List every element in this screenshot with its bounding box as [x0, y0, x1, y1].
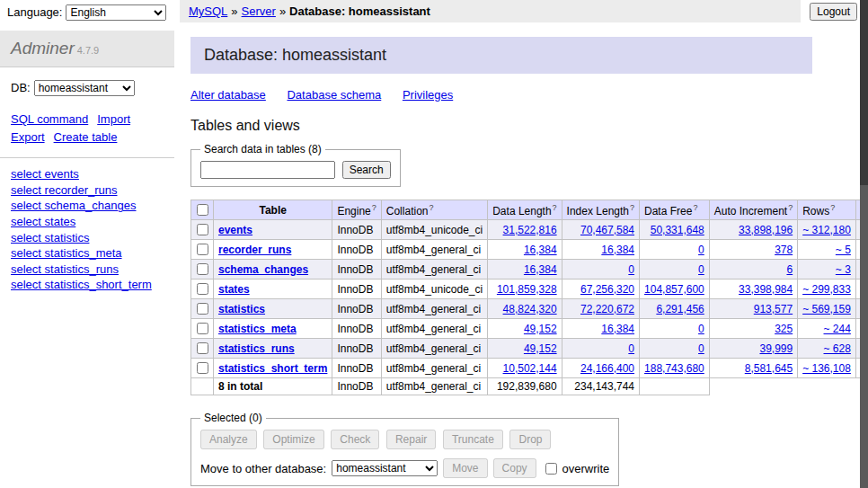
sidebar-table-link[interactable]: select states — [11, 215, 169, 229]
row-checkbox[interactable] — [197, 362, 208, 374]
db-select[interactable]: homeassistant — [34, 80, 135, 96]
sidebar-table-link[interactable]: select statistics_runs — [11, 262, 169, 277]
data-length-link[interactable]: 101,859,328 — [497, 283, 557, 296]
data-length-link[interactable]: 31,522,816 — [503, 224, 557, 236]
copy-button[interactable]: Copy — [493, 458, 536, 478]
data-free-link[interactable]: 0 — [698, 323, 704, 335]
overwrite-checkbox[interactable] — [545, 463, 557, 475]
breadcrumb-link-mysql[interactable]: MySQL — [189, 4, 227, 18]
repair-button[interactable]: Repair — [386, 430, 436, 449]
index-length-link[interactable]: 70,467,584 — [580, 224, 634, 236]
table-link[interactable]: recorder_runs — [218, 244, 291, 256]
auto-increment-link[interactable]: 378 — [775, 244, 793, 256]
sidebar-table-link[interactable]: select events — [11, 167, 169, 182]
sidebar-link-create-table[interactable]: Create table — [54, 130, 118, 144]
check-button[interactable]: Check — [331, 430, 379, 449]
table-link[interactable]: statistics_meta — [218, 323, 297, 335]
sidebar-table-link[interactable]: select recorder_runs — [11, 183, 169, 198]
index-length-link[interactable]: 16,384 — [601, 244, 634, 256]
help-link[interactable]: ? — [830, 203, 835, 212]
auto-increment-link[interactable]: 6 — [786, 263, 793, 276]
data-length-link[interactable]: 49,152 — [524, 323, 557, 335]
auto-increment-link[interactable]: 325 — [775, 323, 793, 335]
row-checkbox[interactable] — [197, 263, 208, 275]
rows-count-link[interactable]: ~ 299,833 — [802, 283, 851, 296]
optimize-button[interactable]: Optimize — [263, 430, 323, 449]
table-link[interactable]: states — [218, 283, 250, 296]
help-link[interactable]: ? — [788, 203, 793, 212]
data-free-link[interactable]: 0 — [698, 342, 704, 355]
auto-increment-link[interactable]: 39,999 — [759, 342, 793, 355]
sidebar-link-sql-command[interactable]: SQL command — [11, 112, 88, 126]
auto-increment-link[interactable]: 913,577 — [754, 303, 793, 315]
rows-count-link[interactable]: ~ 312,180 — [802, 224, 851, 236]
data-free-link[interactable]: 0 — [698, 263, 704, 276]
database-schema-link[interactable]: Database schema — [287, 88, 381, 102]
row-checkbox[interactable] — [197, 224, 208, 235]
vertical-scrollbar[interactable] — [860, 0, 868, 488]
index-length-link[interactable]: 67,256,320 — [580, 283, 634, 296]
sidebar-table-link[interactable]: select statistics_meta — [11, 246, 169, 261]
data-free-link[interactable]: 6,291,456 — [656, 303, 704, 315]
alter-database-link[interactable]: Alter database — [190, 88, 266, 102]
index-length-link[interactable]: 16,384 — [601, 323, 634, 335]
data-free-link[interactable]: 104,857,600 — [644, 283, 704, 296]
data-free-link[interactable]: 50,331,648 — [651, 224, 704, 236]
data-length-link[interactable]: 16,384 — [524, 263, 557, 276]
data-length-cell: 49,152 — [488, 319, 562, 339]
index-length-link[interactable]: 0 — [628, 342, 634, 355]
help-link[interactable]: ? — [429, 203, 433, 212]
search-button[interactable]: Search — [342, 161, 391, 179]
column-header-data-free: Data Free? — [640, 200, 710, 220]
index-length-link[interactable]: 24,166,400 — [580, 362, 634, 375]
table-link[interactable]: statistics_short_term — [218, 362, 327, 375]
table-link[interactable]: statistics_runs — [218, 342, 295, 355]
auto-increment-link[interactable]: 8,581,645 — [745, 362, 793, 375]
rows-count-link[interactable]: ~ 244 — [824, 323, 851, 335]
scrollbar-thumb[interactable] — [860, 0, 868, 185]
drop-button[interactable]: Drop — [509, 430, 551, 449]
table-link[interactable]: statistics — [218, 303, 265, 315]
rows-count-link[interactable]: ~ 3 — [836, 263, 851, 276]
help-link[interactable]: ? — [630, 203, 634, 212]
rows-count-link[interactable]: ~ 136,108 — [802, 362, 851, 375]
rows-count-link[interactable]: ~ 569,159 — [802, 303, 851, 315]
analyze-button[interactable]: Analyze — [200, 430, 257, 449]
data-free-link[interactable]: 0 — [698, 244, 704, 256]
row-checkbox[interactable] — [197, 283, 208, 295]
auto-increment-link[interactable]: 33,398,984 — [739, 283, 793, 296]
row-checkbox[interactable] — [197, 303, 208, 315]
privileges-link[interactable]: Privileges — [403, 88, 453, 102]
select-all-checkbox[interactable] — [197, 204, 208, 216]
breadcrumb-link-server[interactable]: Server — [242, 4, 276, 18]
row-checkbox[interactable] — [197, 244, 208, 255]
row-checkbox[interactable] — [197, 342, 208, 354]
language-select[interactable]: English — [66, 4, 166, 21]
sidebar-link-import[interactable]: Import — [97, 112, 130, 126]
truncate-button[interactable]: Truncate — [443, 430, 503, 449]
data-length-link[interactable]: 10,502,144 — [503, 362, 557, 375]
data-length-link[interactable]: 49,152 — [524, 342, 557, 355]
auto-increment-link[interactable]: 33,898,196 — [739, 224, 793, 236]
help-link[interactable]: ? — [553, 203, 557, 212]
move-db-select[interactable]: homeassistant — [332, 460, 438, 476]
help-link[interactable]: ? — [372, 203, 376, 212]
help-link[interactable]: ? — [693, 203, 697, 212]
row-checkbox[interactable] — [197, 323, 208, 334]
table-link[interactable]: events — [218, 224, 252, 236]
index-length-link[interactable]: 0 — [628, 263, 634, 276]
move-button[interactable]: Move — [443, 458, 487, 478]
sidebar-table-link[interactable]: select schema_changes — [11, 199, 169, 213]
sidebar-table-link[interactable]: select statistics_short_term — [11, 278, 169, 292]
data-length-link[interactable]: 16,384 — [524, 244, 557, 256]
rows-count-link[interactable]: ~ 628 — [824, 342, 851, 355]
index-length-link[interactable]: 72,220,672 — [580, 303, 634, 315]
data-length-link[interactable]: 48,824,320 — [503, 303, 557, 315]
rows-count-link[interactable]: ~ 5 — [836, 244, 851, 256]
logout-button[interactable]: Logout — [810, 3, 857, 21]
table-link[interactable]: schema_changes — [218, 263, 308, 276]
sidebar-table-link[interactable]: select statistics — [11, 231, 169, 245]
search-input[interactable] — [200, 161, 335, 179]
sidebar-link-export[interactable]: Export — [11, 130, 45, 144]
data-free-link[interactable]: 188,743,680 — [644, 362, 704, 375]
